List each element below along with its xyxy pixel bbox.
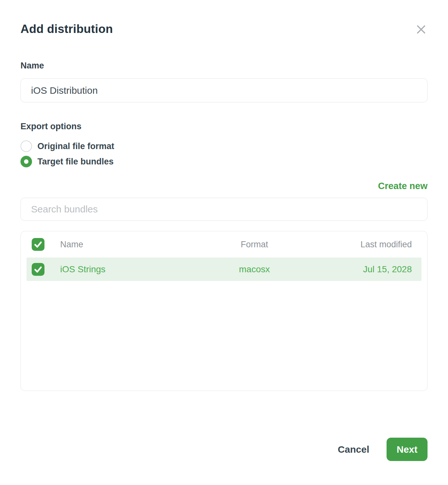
close-icon <box>415 32 428 37</box>
name-input[interactable] <box>20 78 428 102</box>
cancel-button[interactable]: Cancel <box>338 444 369 455</box>
radio-unselected-icon <box>20 140 32 152</box>
dialog-header: Add distribution <box>20 0 428 36</box>
dialog-title: Add distribution <box>20 22 113 36</box>
radio-label: Target file bundles <box>37 157 114 167</box>
export-options-label: Export options <box>20 122 428 131</box>
name-label: Name <box>20 61 428 71</box>
search-bundles-input[interactable] <box>20 198 428 221</box>
create-new-link[interactable]: Create new <box>378 181 428 191</box>
row-last-modified: Jul 15, 2028 <box>302 264 421 274</box>
dialog-footer: Cancel Next <box>20 438 428 461</box>
close-button[interactable] <box>415 23 428 36</box>
row-checkbox[interactable] <box>32 263 44 276</box>
column-header-format: Format <box>206 240 302 250</box>
create-new-row: Create new <box>20 181 428 191</box>
radio-selected-icon <box>20 156 32 167</box>
next-button[interactable]: Next <box>387 438 428 461</box>
row-format: macosx <box>206 264 302 274</box>
select-all-checkbox[interactable] <box>32 238 44 251</box>
export-options-group: Original file format Target file bundles <box>20 139 428 169</box>
column-header-name: Name <box>60 240 206 250</box>
radio-label: Original file format <box>37 141 114 151</box>
table-row[interactable]: iOS Strings macosx Jul 15, 2028 <box>27 258 421 281</box>
radio-original-file-format[interactable]: Original file format <box>20 139 428 154</box>
add-distribution-dialog: Add distribution Name Export options Ori… <box>0 0 448 485</box>
radio-target-file-bundles[interactable]: Target file bundles <box>20 154 428 169</box>
row-name: iOS Strings <box>60 264 206 274</box>
bundles-table: Name Format Last modified iOS Strings ma… <box>20 231 428 391</box>
table-header-row: Name Format Last modified <box>27 231 421 258</box>
column-header-last-modified: Last modified <box>302 240 421 250</box>
